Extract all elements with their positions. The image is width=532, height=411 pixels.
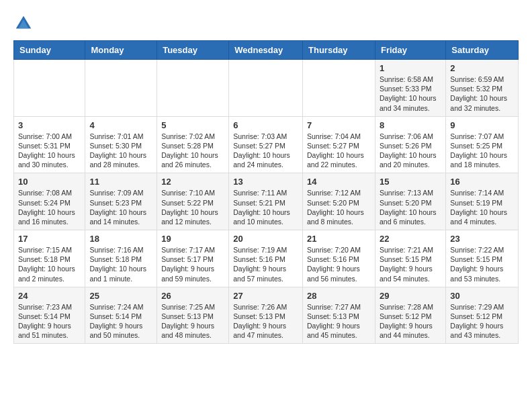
- day-number: 2: [450, 63, 514, 73]
- day-number: 10: [18, 177, 81, 187]
- day-info: Sunrise: 7:03 AM Sunset: 5:27 PM Dayligh…: [233, 132, 298, 170]
- day-info: Sunrise: 7:01 AM Sunset: 5:30 PM Dayligh…: [89, 132, 152, 170]
- day-info: Sunrise: 7:08 AM Sunset: 5:24 PM Dayligh…: [18, 188, 81, 226]
- day-header-wednesday: Wednesday: [229, 41, 303, 60]
- day-number: 7: [307, 120, 371, 130]
- day-number: 13: [233, 177, 298, 187]
- day-info: Sunrise: 7:29 AM Sunset: 5:12 PM Dayligh…: [450, 302, 514, 340]
- logo-icon: [13, 13, 34, 34]
- calendar-cell: 17Sunrise: 7:15 AM Sunset: 5:18 PM Dayli…: [14, 230, 85, 287]
- day-info: Sunrise: 7:15 AM Sunset: 5:18 PM Dayligh…: [18, 245, 81, 283]
- calendar-cell: 10Sunrise: 7:08 AM Sunset: 5:24 PM Dayli…: [14, 173, 85, 230]
- day-info: Sunrise: 7:13 AM Sunset: 5:20 PM Dayligh…: [380, 188, 441, 226]
- calendar-week-2: 3Sunrise: 7:00 AM Sunset: 5:31 PM Daylig…: [14, 116, 519, 173]
- day-number: 30: [450, 291, 514, 301]
- calendar-cell: 9Sunrise: 7:07 AM Sunset: 5:25 PM Daylig…: [446, 116, 519, 173]
- day-info: Sunrise: 7:22 AM Sunset: 5:15 PM Dayligh…: [450, 245, 514, 283]
- day-number: 24: [18, 291, 81, 301]
- calendar-cell: 30Sunrise: 7:29 AM Sunset: 5:12 PM Dayli…: [446, 287, 519, 344]
- calendar-cell: 16Sunrise: 7:14 AM Sunset: 5:19 PM Dayli…: [446, 173, 519, 230]
- day-header-thursday: Thursday: [303, 41, 375, 60]
- calendar-cell: 13Sunrise: 7:11 AM Sunset: 5:21 PM Dayli…: [229, 173, 303, 230]
- day-number: 15: [380, 177, 441, 187]
- day-header-monday: Monday: [85, 41, 157, 60]
- day-info: Sunrise: 7:00 AM Sunset: 5:31 PM Dayligh…: [18, 132, 81, 170]
- calendar-body: 1Sunrise: 6:58 AM Sunset: 5:33 PM Daylig…: [14, 60, 519, 344]
- day-number: 21: [307, 234, 371, 244]
- calendar-cell: 14Sunrise: 7:12 AM Sunset: 5:20 PM Dayli…: [303, 173, 375, 230]
- day-number: 4: [89, 120, 152, 130]
- day-number: 22: [380, 234, 441, 244]
- calendar-cell: [157, 60, 229, 117]
- day-info: Sunrise: 7:26 AM Sunset: 5:13 PM Dayligh…: [233, 302, 298, 340]
- calendar-cell: [14, 60, 85, 117]
- day-info: Sunrise: 7:02 AM Sunset: 5:28 PM Dayligh…: [161, 132, 224, 170]
- calendar-cell: 6Sunrise: 7:03 AM Sunset: 5:27 PM Daylig…: [229, 116, 303, 173]
- day-number: 5: [161, 120, 224, 130]
- header: [13, 13, 519, 34]
- day-number: 1: [380, 63, 441, 73]
- calendar-week-1: 1Sunrise: 6:58 AM Sunset: 5:33 PM Daylig…: [14, 60, 519, 117]
- calendar-week-4: 17Sunrise: 7:15 AM Sunset: 5:18 PM Dayli…: [14, 230, 519, 287]
- calendar-week-5: 24Sunrise: 7:23 AM Sunset: 5:14 PM Dayli…: [14, 287, 519, 344]
- day-header-friday: Friday: [375, 41, 445, 60]
- day-number: 12: [161, 177, 224, 187]
- day-number: 14: [307, 177, 371, 187]
- day-info: Sunrise: 7:23 AM Sunset: 5:14 PM Dayligh…: [18, 302, 81, 340]
- calendar-cell: 28Sunrise: 7:27 AM Sunset: 5:13 PM Dayli…: [303, 287, 375, 344]
- day-number: 23: [450, 234, 514, 244]
- day-number: 26: [161, 291, 224, 301]
- day-info: Sunrise: 6:58 AM Sunset: 5:33 PM Dayligh…: [380, 75, 441, 113]
- day-info: Sunrise: 7:10 AM Sunset: 5:22 PM Dayligh…: [161, 188, 224, 226]
- day-number: 8: [380, 120, 441, 130]
- day-header-saturday: Saturday: [446, 41, 519, 60]
- day-info: Sunrise: 7:28 AM Sunset: 5:12 PM Dayligh…: [380, 302, 441, 340]
- calendar-cell: 20Sunrise: 7:19 AM Sunset: 5:16 PM Dayli…: [229, 230, 303, 287]
- day-info: Sunrise: 7:06 AM Sunset: 5:26 PM Dayligh…: [380, 132, 441, 170]
- day-info: Sunrise: 7:14 AM Sunset: 5:19 PM Dayligh…: [450, 188, 514, 226]
- day-info: Sunrise: 7:12 AM Sunset: 5:20 PM Dayligh…: [307, 188, 371, 226]
- day-number: 11: [89, 177, 152, 187]
- calendar-cell: 22Sunrise: 7:21 AM Sunset: 5:15 PM Dayli…: [375, 230, 445, 287]
- day-info: Sunrise: 7:25 AM Sunset: 5:13 PM Dayligh…: [161, 302, 224, 340]
- day-number: 28: [307, 291, 371, 301]
- day-info: Sunrise: 7:07 AM Sunset: 5:25 PM Dayligh…: [450, 132, 514, 170]
- day-header-tuesday: Tuesday: [157, 41, 229, 60]
- day-info: Sunrise: 7:20 AM Sunset: 5:16 PM Dayligh…: [307, 245, 371, 283]
- calendar-week-3: 10Sunrise: 7:08 AM Sunset: 5:24 PM Dayli…: [14, 173, 519, 230]
- calendar-cell: 7Sunrise: 7:04 AM Sunset: 5:27 PM Daylig…: [303, 116, 375, 173]
- day-info: Sunrise: 7:04 AM Sunset: 5:27 PM Dayligh…: [307, 132, 371, 170]
- day-info: Sunrise: 7:21 AM Sunset: 5:15 PM Dayligh…: [380, 245, 441, 283]
- calendar-cell: 19Sunrise: 7:17 AM Sunset: 5:17 PM Dayli…: [157, 230, 229, 287]
- day-number: 3: [18, 120, 81, 130]
- calendar-cell: 11Sunrise: 7:09 AM Sunset: 5:23 PM Dayli…: [85, 173, 157, 230]
- day-info: Sunrise: 7:17 AM Sunset: 5:17 PM Dayligh…: [161, 245, 224, 283]
- calendar-cell: 21Sunrise: 7:20 AM Sunset: 5:16 PM Dayli…: [303, 230, 375, 287]
- day-number: 6: [233, 120, 298, 130]
- calendar-cell: 5Sunrise: 7:02 AM Sunset: 5:28 PM Daylig…: [157, 116, 229, 173]
- calendar-cell: 8Sunrise: 7:06 AM Sunset: 5:26 PM Daylig…: [375, 116, 445, 173]
- calendar-cell: [229, 60, 303, 117]
- day-number: 17: [18, 234, 81, 244]
- calendar-cell: 23Sunrise: 7:22 AM Sunset: 5:15 PM Dayli…: [446, 230, 519, 287]
- day-number: 19: [161, 234, 224, 244]
- day-info: Sunrise: 7:11 AM Sunset: 5:21 PM Dayligh…: [233, 188, 298, 226]
- day-header-sunday: Sunday: [14, 41, 85, 60]
- calendar-cell: 25Sunrise: 7:24 AM Sunset: 5:14 PM Dayli…: [85, 287, 157, 344]
- day-number: 20: [233, 234, 298, 244]
- page: SundayMondayTuesdayWednesdayThursdayFrid…: [0, 0, 532, 351]
- day-info: Sunrise: 7:19 AM Sunset: 5:16 PM Dayligh…: [233, 245, 298, 283]
- calendar-cell: 29Sunrise: 7:28 AM Sunset: 5:12 PM Dayli…: [375, 287, 445, 344]
- calendar-cell: [303, 60, 375, 117]
- day-number: 25: [89, 291, 152, 301]
- calendar-cell: 26Sunrise: 7:25 AM Sunset: 5:13 PM Dayli…: [157, 287, 229, 344]
- day-info: Sunrise: 7:24 AM Sunset: 5:14 PM Dayligh…: [89, 302, 152, 340]
- calendar-cell: 27Sunrise: 7:26 AM Sunset: 5:13 PM Dayli…: [229, 287, 303, 344]
- calendar-cell: [85, 60, 157, 117]
- calendar-cell: 4Sunrise: 7:01 AM Sunset: 5:30 PM Daylig…: [85, 116, 157, 173]
- logo: [13, 13, 36, 34]
- calendar-cell: 2Sunrise: 6:59 AM Sunset: 5:32 PM Daylig…: [446, 60, 519, 117]
- day-info: Sunrise: 7:16 AM Sunset: 5:18 PM Dayligh…: [89, 245, 152, 283]
- day-number: 29: [380, 291, 441, 301]
- calendar-cell: 18Sunrise: 7:16 AM Sunset: 5:18 PM Dayli…: [85, 230, 157, 287]
